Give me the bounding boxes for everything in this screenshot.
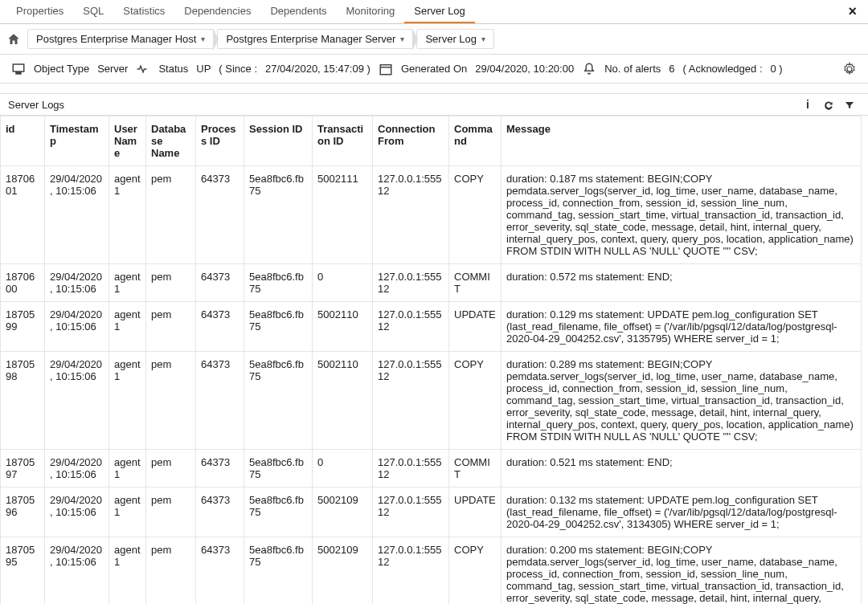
cell-tid: 5002110 bbox=[313, 352, 373, 450]
cell-un: agent1 bbox=[109, 450, 146, 488]
cell-db: pem bbox=[146, 264, 196, 302]
column-header[interactable]: User Name bbox=[109, 116, 146, 166]
panel-title: Server Logs bbox=[8, 99, 797, 111]
table-row[interactable]: 187060029/04/2020, 10:15:06agent1pem6437… bbox=[1, 264, 862, 302]
cell-cf: 127.0.0.1:55512 bbox=[373, 166, 449, 264]
alerts-label: No. of alerts bbox=[604, 63, 661, 75]
since-label: ( Since : bbox=[219, 63, 257, 75]
cell-msg: duration: 0.187 ms statement: BEGIN;COPY… bbox=[502, 166, 862, 264]
cell-sid: 5ea8fbc6.fb75 bbox=[244, 264, 313, 302]
table-row[interactable]: 187059929/04/2020, 10:15:06agent1pem6437… bbox=[1, 302, 862, 352]
cell-msg: duration: 0.521 ms statement: END; bbox=[502, 450, 862, 488]
status-label: Status bbox=[158, 63, 188, 75]
cell-sid: 5ea8fbc6.fb75 bbox=[244, 537, 313, 605]
cell-tid: 5002109 bbox=[313, 488, 373, 537]
tab-dependents[interactable]: Dependents bbox=[260, 0, 336, 23]
column-header[interactable]: Timestamp bbox=[45, 116, 109, 166]
cell-tid: 5002109 bbox=[313, 537, 373, 605]
cell-db: pem bbox=[146, 302, 196, 352]
table-body: 187060129/04/2020, 10:15:06agent1pem6437… bbox=[1, 166, 862, 605]
cell-cf: 127.0.0.1:55512 bbox=[373, 302, 449, 352]
cell-pid: 64373 bbox=[196, 264, 244, 302]
cell-msg: duration: 0.200 ms statement: BEGIN;COPY… bbox=[502, 537, 862, 605]
cell-un: agent1 bbox=[109, 264, 146, 302]
refresh-icon[interactable] bbox=[818, 98, 839, 111]
cell-cf: 127.0.0.1:55512 bbox=[373, 537, 449, 605]
view-tabs: PropertiesSQLStatisticsDependenciesDepen… bbox=[6, 0, 843, 23]
gear-icon[interactable] bbox=[842, 62, 857, 76]
cell-id: 1870596 bbox=[1, 488, 45, 537]
cell-un: agent1 bbox=[109, 537, 146, 605]
cell-cmd: COPY bbox=[449, 166, 502, 264]
column-header[interactable]: Command bbox=[449, 116, 502, 166]
table-row[interactable]: 187059629/04/2020, 10:15:06agent1pem6437… bbox=[1, 488, 862, 537]
cell-cmd: COMMIT bbox=[449, 264, 502, 302]
cell-ts: 29/04/2020, 10:15:06 bbox=[45, 537, 109, 605]
breadcrumb-item[interactable]: Postgres Enterprise Manager Host▾ bbox=[27, 29, 214, 49]
svg-rect-0 bbox=[380, 64, 391, 74]
table-row[interactable]: 187060129/04/2020, 10:15:06agent1pem6437… bbox=[1, 166, 862, 264]
tab-statistics[interactable]: Statistics bbox=[113, 0, 174, 23]
chevron-down-icon[interactable]: ▾ bbox=[481, 35, 485, 43]
cell-sid: 5ea8fbc6.fb75 bbox=[244, 352, 313, 450]
breadcrumb-item[interactable]: Server Log▾ bbox=[416, 29, 494, 49]
tab-properties[interactable]: Properties bbox=[6, 0, 73, 23]
column-header[interactable]: Connection From bbox=[373, 116, 449, 166]
cell-un: agent1 bbox=[109, 166, 146, 264]
column-header[interactable]: Database Name bbox=[146, 116, 196, 166]
table-row[interactable]: 187059729/04/2020, 10:15:06agent1pem6437… bbox=[1, 450, 862, 488]
cell-msg: duration: 0.129 ms statement: UPDATE pem… bbox=[502, 302, 862, 352]
calendar-icon bbox=[379, 62, 393, 76]
object-type-value: Server bbox=[97, 63, 128, 75]
cell-sid: 5ea8fbc6.fb75 bbox=[244, 302, 313, 352]
cell-ts: 29/04/2020, 10:15:06 bbox=[45, 264, 109, 302]
tab-dependencies[interactable]: Dependencies bbox=[174, 0, 260, 23]
cell-db: pem bbox=[146, 450, 196, 488]
breadcrumb-label: Server Log bbox=[425, 33, 477, 45]
table-header-row: idTimestampUser NameDatabase NameProcess… bbox=[1, 116, 862, 166]
generated-label: Generated On bbox=[401, 63, 467, 75]
cell-tid: 0 bbox=[313, 264, 373, 302]
cell-id: 1870599 bbox=[1, 302, 45, 352]
cell-cmd: UPDATE bbox=[449, 302, 502, 352]
cell-cf: 127.0.0.1:55512 bbox=[373, 264, 449, 302]
cell-db: pem bbox=[146, 488, 196, 537]
ack-value: 0 ) bbox=[771, 63, 783, 75]
cell-cmd: COMMIT bbox=[449, 450, 502, 488]
heartbeat-icon bbox=[136, 62, 150, 76]
cell-msg: duration: 0.132 ms statement: UPDATE pem… bbox=[502, 488, 862, 537]
table-row[interactable]: 187059829/04/2020, 10:15:06agent1pem6437… bbox=[1, 352, 862, 450]
home-icon[interactable] bbox=[6, 32, 21, 47]
cell-cmd: UPDATE bbox=[449, 488, 502, 537]
cell-cf: 127.0.0.1:55512 bbox=[373, 352, 449, 450]
cell-pid: 64373 bbox=[196, 166, 244, 264]
status-value: UP bbox=[196, 63, 211, 75]
info-icon[interactable]: i bbox=[797, 98, 818, 111]
cell-pid: 64373 bbox=[196, 450, 244, 488]
table-row[interactable]: 187059529/04/2020, 10:15:06agent1pem6437… bbox=[1, 537, 862, 605]
tab-sql[interactable]: SQL bbox=[73, 0, 113, 23]
cell-un: agent1 bbox=[109, 352, 146, 450]
column-header[interactable]: Process ID bbox=[196, 116, 244, 166]
cell-un: agent1 bbox=[109, 488, 146, 537]
cell-pid: 64373 bbox=[196, 302, 244, 352]
log-table-scroll[interactable]: idTimestampUser NameDatabase NameProcess… bbox=[0, 116, 868, 604]
close-icon[interactable]: × bbox=[843, 3, 862, 20]
cell-db: pem bbox=[146, 166, 196, 264]
breadcrumb-item[interactable]: Postgres Enterprise Manager Server▾ bbox=[217, 29, 413, 49]
filter-icon[interactable] bbox=[839, 98, 860, 111]
column-header[interactable]: id bbox=[1, 116, 45, 166]
tab-server-log[interactable]: Server Log bbox=[404, 0, 475, 23]
chevron-down-icon[interactable]: ▾ bbox=[400, 35, 404, 43]
column-header[interactable]: Transaction ID bbox=[313, 116, 373, 166]
bell-icon bbox=[582, 62, 596, 76]
cell-cmd: COPY bbox=[449, 537, 502, 605]
column-header[interactable]: Session ID bbox=[244, 116, 313, 166]
tab-monitoring[interactable]: Monitoring bbox=[337, 0, 405, 23]
cell-msg: duration: 0.572 ms statement: END; bbox=[502, 264, 862, 302]
cell-msg: duration: 0.289 ms statement: BEGIN;COPY… bbox=[502, 352, 862, 450]
cell-id: 1870598 bbox=[1, 352, 45, 450]
breadcrumb: Postgres Enterprise Manager Host▾Postgre… bbox=[27, 29, 494, 49]
column-header[interactable]: Message bbox=[502, 116, 862, 166]
chevron-down-icon[interactable]: ▾ bbox=[201, 35, 205, 43]
